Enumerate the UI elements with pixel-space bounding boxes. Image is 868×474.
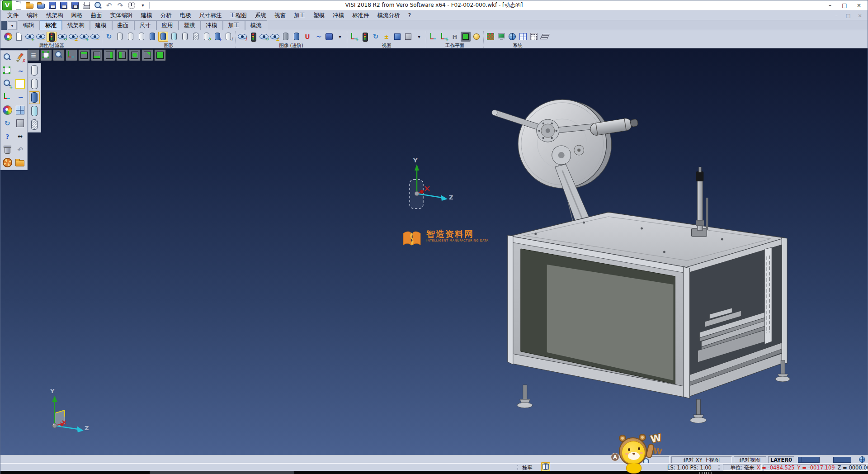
strip-cylinder-mesh-icon[interactable] <box>29 118 40 131</box>
lasso-pencil-icon[interactable]: ~ <box>14 65 26 76</box>
tab-6[interactable]: 应用 <box>156 20 179 30</box>
tab-8[interactable]: 冲模 <box>201 20 223 30</box>
measure-icon[interactable]: ↔ <box>14 131 26 142</box>
magnifier-scene-icon[interactable] <box>2 52 13 63</box>
workplane-cube-icon[interactable] <box>461 32 471 42</box>
color-grid-icon[interactable] <box>486 32 495 42</box>
import-file-icon[interactable] <box>36 0 46 10</box>
cube-back-view-icon[interactable] <box>142 49 153 61</box>
eye-plus-minus-icon[interactable]: ± <box>68 32 78 42</box>
minimize-button[interactable]: – <box>823 1 837 9</box>
menu-item-17[interactable]: 模流分析 <box>373 11 404 20</box>
tab-5[interactable]: 尺寸 <box>134 20 156 30</box>
history-icon[interactable] <box>127 0 137 10</box>
eye-refresh-adv-icon[interactable]: ↻ <box>259 32 269 42</box>
curve-icon[interactable]: ~ <box>313 32 323 42</box>
pencil-delete-icon[interactable]: ✗ <box>14 52 26 63</box>
eye-add-icon[interactable]: + <box>25 32 35 42</box>
menu-item-10[interactable]: 工程图 <box>226 11 251 20</box>
dot-grid-icon[interactable] <box>529 32 539 42</box>
cylinder-pair-icon[interactable]: + <box>212 32 222 42</box>
print-icon[interactable] <box>81 0 91 10</box>
strip-cylinder-light-icon[interactable] <box>29 105 40 118</box>
undo-dock-icon[interactable]: ↶ <box>14 144 26 155</box>
zoom-plus-icon[interactable]: + <box>2 78 13 90</box>
save-as-icon[interactable]: + <box>59 0 69 10</box>
cylinder-dark-icon[interactable] <box>281 32 291 42</box>
workplane-axes-plus-icon[interactable]: + <box>439 32 449 42</box>
eye-plus-icon[interactable]: + <box>79 32 89 42</box>
menu-item-11[interactable]: 系统 <box>251 11 270 20</box>
cylinder-mesh-icon[interactable] <box>191 32 201 42</box>
menu-item-7[interactable]: 分析 <box>156 11 176 20</box>
list-icon[interactable]: ≡ <box>28 49 39 61</box>
restore-button[interactable]: □ <box>838 1 851 9</box>
axes-plus-icon[interactable]: + <box>349 32 359 42</box>
cylinder-shaded-edges-icon[interactable] <box>158 32 168 42</box>
fit-view-icon[interactable] <box>40 49 52 61</box>
eye-remove-icon[interactable]: − <box>36 32 46 42</box>
cylinder-wire-b-icon[interactable] <box>126 32 136 42</box>
magnet-icon[interactable]: U <box>302 32 312 42</box>
caret-adv-icon[interactable]: ▾ <box>335 32 345 42</box>
layer-segment[interactable]: LAYER0 <box>768 456 794 463</box>
mascot-pet[interactable]: A W W <box>606 434 679 474</box>
tab-0[interactable]: 编辑 <box>18 20 40 30</box>
tab-7[interactable]: 塑膜 <box>179 20 201 30</box>
menu-item-13[interactable]: 加工 <box>290 11 309 20</box>
cylinder-wire-a-icon[interactable] <box>115 32 125 42</box>
tab-2[interactable]: 线架构 <box>62 20 90 30</box>
units-segment[interactable]: 单位: 毫米 <box>723 464 762 471</box>
tab-1[interactable]: 标准 <box>40 20 62 30</box>
tab-10[interactable]: 模流 <box>245 20 267 30</box>
cube-dark-icon[interactable] <box>403 32 413 42</box>
menu-item-5[interactable]: 实体编辑 <box>106 11 137 20</box>
cube-blue-icon[interactable] <box>392 32 402 42</box>
print-preview-icon[interactable] <box>93 0 103 10</box>
page-eye-icon[interactable] <box>14 32 24 42</box>
menu-item-2[interactable]: 线架构 <box>42 11 67 20</box>
refresh-view-icon[interactable]: ↻ <box>371 32 381 42</box>
menu-item-8[interactable]: 电极 <box>176 11 195 20</box>
menu-item-0[interactable]: 文件 <box>3 11 23 20</box>
menu-item-12[interactable]: 视窗 <box>270 11 290 20</box>
tab-4[interactable]: 曲面 <box>112 20 134 30</box>
cylinder-blue-adv-icon[interactable] <box>292 32 302 42</box>
cylinder-light-icon[interactable] <box>180 32 190 42</box>
save-icon[interactable] <box>47 0 57 10</box>
view-mode-segment[interactable]: 绝对 XY 上视图 <box>671 456 732 463</box>
absolute-view-segment[interactable]: 绝对视图 <box>734 456 766 463</box>
palette-dock-icon[interactable] <box>2 104 13 116</box>
split-view-icon[interactable] <box>541 462 550 471</box>
cube-right-view-icon[interactable] <box>104 49 115 61</box>
eye-pencil-icon[interactable]: / <box>237 32 247 42</box>
qat-more-icon[interactable]: ▾ <box>138 0 148 10</box>
strip-cylinder-shaded-icon[interactable] <box>29 91 40 104</box>
cylinder-wire-c-icon[interactable] <box>137 32 146 42</box>
menu-item-18[interactable]: ? <box>404 11 415 20</box>
cylinder-tools-icon[interactable]: / <box>223 32 233 42</box>
mdi-close-button[interactable]: × <box>855 12 865 19</box>
eye-refresh-icon[interactable]: ↻ <box>57 32 67 42</box>
frame-select-icon[interactable] <box>2 65 13 76</box>
menu-item-4[interactable]: 曲面 <box>87 11 106 20</box>
view-list-caret-icon[interactable]: ▾ <box>414 32 424 42</box>
mdi-minimize-button[interactable]: – <box>831 12 841 19</box>
eye-minus-icon[interactable]: − <box>90 32 100 42</box>
menu-item-15[interactable]: 冲模 <box>329 11 348 20</box>
monitor-icon[interactable] <box>496 32 506 42</box>
menu-item-9[interactable]: 尺寸标注 <box>195 11 226 20</box>
refresh-dock-icon[interactable]: ↻ <box>2 118 13 129</box>
curve-pencil-icon[interactable]: ~ <box>14 91 26 103</box>
layers-icon[interactable] <box>540 32 550 42</box>
traffic-pair-icon[interactable] <box>248 32 258 42</box>
menu-item-14[interactable]: 塑模 <box>309 11 329 20</box>
window-grid-icon[interactable] <box>14 104 26 116</box>
menu-item-6[interactable]: 建模 <box>137 11 156 20</box>
zoom-view-icon[interactable] <box>53 49 65 61</box>
undo-icon[interactable]: ↶ <box>104 0 114 10</box>
help-icon[interactable]: ? <box>2 131 13 142</box>
redo-icon[interactable]: ↷ <box>115 0 125 10</box>
tab-9[interactable]: 加工 <box>223 20 245 30</box>
menu-item-3[interactable]: 网格 <box>67 11 87 20</box>
